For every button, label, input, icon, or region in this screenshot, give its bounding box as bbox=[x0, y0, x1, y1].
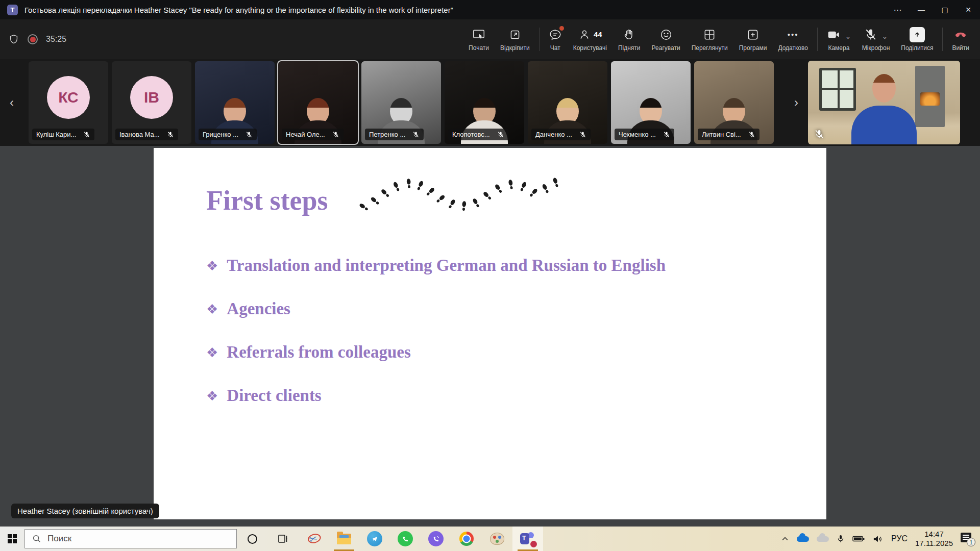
mic-muted-icon bbox=[864, 28, 877, 41]
view-button[interactable]: Переглянути bbox=[686, 19, 733, 59]
presenter-name-label: Heather Stacey (зовнішній користувач) bbox=[11, 504, 159, 518]
cortana-button[interactable] bbox=[237, 527, 267, 551]
add-app-icon bbox=[746, 28, 760, 42]
participant-name: Гриценко ... bbox=[203, 131, 238, 138]
file-explorer-button[interactable] bbox=[329, 527, 359, 551]
chrome-button[interactable] bbox=[451, 527, 482, 551]
mic-muted-icon bbox=[579, 131, 586, 138]
participant-tile[interactable]: Литвин Сві... bbox=[694, 61, 774, 144]
room-fireplace bbox=[915, 66, 945, 127]
language-indicator[interactable]: РУС bbox=[891, 534, 908, 543]
presenter-video-tile[interactable] bbox=[808, 61, 960, 144]
telegram-icon bbox=[367, 531, 382, 546]
avatar: КС bbox=[47, 76, 90, 119]
participant-name: Данченко ... bbox=[535, 131, 572, 138]
taskbar-search-input[interactable]: Поиск bbox=[24, 529, 237, 548]
mic-muted-icon bbox=[814, 129, 824, 139]
start-share-button[interactable]: Почати bbox=[463, 19, 495, 59]
task-view-button[interactable] bbox=[267, 527, 298, 551]
slide-bullet: ❖Translation and interpreting German and… bbox=[206, 256, 666, 276]
filmstrip-next-button[interactable]: › bbox=[789, 87, 804, 118]
chat-button[interactable]: Чат bbox=[543, 19, 568, 59]
more-options-button[interactable]: ••• Додатково bbox=[772, 19, 814, 59]
whatsapp-icon bbox=[398, 531, 413, 546]
ellipsis-icon: ••• bbox=[788, 28, 799, 42]
volume-icon[interactable] bbox=[872, 534, 884, 543]
diamond-bullet-icon: ❖ bbox=[206, 257, 218, 275]
toolbar-separator bbox=[817, 28, 818, 51]
window-title: Гостьова лекція перекладачки Heather Sta… bbox=[24, 6, 453, 14]
mic-muted-icon bbox=[497, 131, 504, 138]
mic-muted-icon bbox=[83, 131, 90, 138]
telegram-button[interactable] bbox=[359, 527, 390, 551]
task-view-icon bbox=[277, 533, 288, 544]
tray-time: 14:47 bbox=[915, 530, 953, 539]
participants-button[interactable]: 44 Користувачі bbox=[568, 19, 612, 59]
mic-muted-icon bbox=[412, 131, 420, 138]
participant-tile[interactable]: Нечай Оле... bbox=[278, 61, 358, 144]
leave-button[interactable]: Вийти bbox=[946, 19, 975, 59]
system-tray: РУС 14:47 17.11.2025 1 bbox=[781, 527, 980, 551]
participant-name: Чехменко ... bbox=[619, 131, 656, 138]
teams-notification-badge bbox=[530, 541, 537, 547]
search-placeholder: Поиск bbox=[47, 534, 71, 544]
close-button[interactable]: ✕ bbox=[957, 0, 980, 19]
battery-icon[interactable] bbox=[852, 535, 865, 542]
react-button[interactable]: Реагувати bbox=[646, 19, 686, 59]
participant-tile[interactable]: Клопотовс... bbox=[445, 61, 524, 144]
mic-muted-icon bbox=[748, 131, 755, 138]
teams-taskbar-button[interactable]: T bbox=[512, 527, 543, 551]
participant-tile[interactable]: Данченко ... bbox=[528, 61, 607, 144]
slide-title: First steps bbox=[206, 185, 328, 216]
action-center-button[interactable]: 1 bbox=[961, 533, 974, 545]
participant-name: Клопотовс... bbox=[452, 131, 490, 138]
participant-tile[interactable]: КС Куліш Кари... bbox=[29, 61, 108, 144]
viber-button[interactable] bbox=[421, 527, 451, 551]
participant-tile[interactable]: Гриценко ... bbox=[195, 61, 275, 144]
camera-icon bbox=[827, 28, 841, 41]
onedrive-personal-icon[interactable] bbox=[817, 536, 829, 542]
participant-tile[interactable]: Петренко ... bbox=[361, 61, 441, 144]
tray-expand-icon[interactable] bbox=[781, 535, 789, 542]
toolbar-separator bbox=[942, 28, 943, 51]
participants-filmstrip: ‹ КС Куліш Кари... ІВ Іванова Ма... Гриц… bbox=[0, 59, 980, 146]
clock[interactable]: 14:47 17.11.2025 bbox=[915, 530, 953, 548]
titlebar-more-icon[interactable]: ⋯ bbox=[886, 5, 910, 15]
share-button[interactable]: Поділитися bbox=[895, 19, 939, 59]
filmstrip-prev-button[interactable]: ‹ bbox=[4, 87, 19, 118]
unpin-button[interactable]: Відкріпити bbox=[495, 19, 535, 59]
participant-name: Нечай Оле... bbox=[286, 131, 325, 138]
whatsapp-button[interactable] bbox=[390, 527, 421, 551]
participant-name: Іванова Ма... bbox=[119, 131, 160, 138]
diamond-bullet-icon: ❖ bbox=[206, 387, 218, 405]
snipping-tool-button[interactable]: ✂ bbox=[298, 527, 329, 551]
snipping-tool-icon: ✂ bbox=[308, 532, 318, 545]
raised-hand-icon bbox=[623, 28, 636, 42]
mic-button[interactable]: ⌄ Мікрофон bbox=[856, 19, 895, 59]
screen-share-icon bbox=[472, 28, 485, 42]
camera-options-chevron-icon[interactable]: ⌄ bbox=[845, 33, 851, 40]
start-button[interactable] bbox=[0, 527, 24, 551]
apps-button[interactable]: Програми bbox=[733, 19, 773, 59]
camera-button[interactable]: ⌄ Камера bbox=[821, 19, 856, 59]
tray-mic-icon[interactable] bbox=[837, 534, 845, 543]
notification-count-badge: 1 bbox=[967, 538, 975, 546]
onedrive-icon[interactable] bbox=[797, 536, 809, 542]
participant-tile[interactable]: Чехменко ... bbox=[611, 61, 691, 144]
tray-date: 17.11.2025 bbox=[915, 539, 953, 548]
paint-button[interactable] bbox=[482, 527, 512, 551]
folder-icon bbox=[337, 534, 351, 544]
raise-hand-button[interactable]: Підняти bbox=[612, 19, 646, 59]
mic-options-chevron-icon[interactable]: ⌄ bbox=[882, 33, 888, 40]
slide-bullet: ❖Referrals from colleagues bbox=[206, 343, 666, 362]
cortana-icon bbox=[248, 534, 257, 544]
diamond-bullet-icon: ❖ bbox=[206, 343, 218, 362]
mic-muted-icon bbox=[246, 131, 253, 138]
maximize-button[interactable]: ▢ bbox=[933, 0, 957, 19]
participant-tile[interactable]: ІВ Іванова Ма... bbox=[112, 61, 191, 144]
smiley-icon bbox=[659, 28, 673, 42]
mic-muted-icon bbox=[332, 131, 339, 138]
hang-up-icon bbox=[953, 28, 968, 42]
minimize-button[interactable]: — bbox=[910, 0, 933, 19]
participant-name: Петренко ... bbox=[369, 131, 405, 138]
